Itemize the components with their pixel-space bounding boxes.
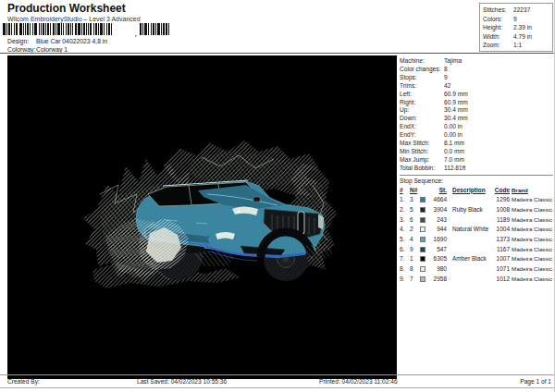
- stitches-label: Stitches:: [483, 6, 513, 15]
- machine-value: Tajima: [444, 57, 462, 66]
- max-stitch-label: Max Stitch:: [400, 140, 444, 148]
- thread-swatch: [420, 276, 426, 282]
- stop-sequence-title: Stop Sequence:: [400, 177, 553, 185]
- endy-value: 0.00 in: [444, 131, 462, 140]
- thread-swatch: [420, 197, 426, 202]
- summary-box: Stitches:22237 Colors:9 Height:2.39 in W…: [479, 3, 553, 52]
- stop-sequence-table: # N# St. Description Code Brand 1.346641…: [400, 185, 553, 284]
- stops-value: 9: [444, 74, 448, 82]
- table-row-cell: 2.: [400, 206, 410, 213]
- col-code: Code: [490, 187, 510, 193]
- endx-label: EndX:: [400, 123, 444, 131]
- design-canvas: [7, 55, 397, 379]
- colors-value: 9: [513, 15, 517, 24]
- table-row-cell: 9.: [400, 276, 410, 282]
- right-value: 60.9 mm: [444, 99, 468, 107]
- col-n: N#: [410, 187, 420, 193]
- col-st: St.: [429, 187, 447, 193]
- created-by-label: Created By:: [7, 378, 40, 385]
- design-meta: Design: Blue Car 04022023 4,8 in Colorwa…: [7, 38, 107, 54]
- table-row-cell: 4.: [400, 226, 410, 232]
- endy-label: EndY:: [400, 131, 444, 140]
- thread-swatch: [420, 237, 426, 242]
- zoom-label: Zoom:: [483, 41, 513, 50]
- right-label: Right:: [400, 99, 444, 107]
- max-stitch-value: 8.1 mm: [444, 140, 464, 148]
- width-label: Width:: [483, 32, 513, 42]
- min-stitch-value: 0.0 mm: [444, 148, 464, 156]
- thread-swatch: [420, 247, 426, 252]
- thread-swatch: [420, 266, 426, 272]
- height-value: 2.39 in: [513, 23, 532, 32]
- page-title: Production Worksheet: [7, 2, 126, 15]
- table-row-cell: 1.: [400, 196, 410, 202]
- total-bobbin-value: 112.81ft: [444, 165, 465, 173]
- stops-label: Stops:: [400, 74, 444, 82]
- down-label: Down:: [400, 115, 444, 123]
- design-label: Design:: [7, 38, 36, 46]
- color-changes-value: 8: [444, 66, 448, 74]
- table-row-cell: 8.: [400, 265, 410, 272]
- barcode-comma: ,: [135, 29, 138, 37]
- zoom-value: 1:1: [513, 41, 522, 50]
- endx-value: 0.00 in: [444, 123, 462, 131]
- up-label: Up:: [400, 106, 444, 115]
- barcode: ,: [2, 23, 178, 37]
- page-number: Page 1 of 1: [520, 378, 551, 385]
- col-brand: Brand: [510, 187, 555, 193]
- colors-label: Colors:: [483, 15, 513, 24]
- table-row-cell: 7.: [400, 255, 410, 262]
- production-worksheet-page: Production Worksheet Wilcom EmbroiderySt…: [0, 0, 555, 392]
- width-value: 4.79 in: [513, 32, 532, 42]
- app-name: Wilcom EmbroideryStudio – Level 3 Advanc…: [7, 16, 141, 22]
- table-row-cell: 5.: [400, 236, 410, 242]
- embroidery-design: [7, 55, 397, 379]
- min-stitch-label: Min Stitch:: [400, 148, 444, 156]
- up-value: 30.4 mm: [444, 106, 468, 115]
- down-value: 30.4 mm: [444, 115, 468, 123]
- header-divider: [0, 53, 555, 54]
- color-changes-label: Color changes:: [400, 66, 444, 74]
- panel-divider: [400, 175, 553, 176]
- table-row-cell: 3.: [400, 216, 410, 223]
- last-saved-label: Last Saved: 04/02/2023 10:55:36: [137, 378, 227, 385]
- design-value: Blue Car 04022023 4,8 in: [36, 38, 107, 46]
- thread-swatch: [420, 256, 426, 262]
- page-bottom-rule: [0, 387, 555, 388]
- max-jump-label: Max Jump:: [400, 156, 444, 165]
- machine-panel: Machine:Tajima Color changes:8 Stops:9 T…: [400, 57, 553, 284]
- trims-label: Trims:: [400, 82, 444, 91]
- left-label: Left:: [400, 91, 444, 99]
- max-jump-value: 7.0 mm: [444, 156, 464, 165]
- trims-value: 42: [444, 82, 450, 91]
- height-label: Height:: [483, 23, 513, 32]
- thread-swatch: [420, 227, 426, 232]
- thread-swatch: [420, 217, 426, 223]
- printed-label: Printed: 04/02/2023 11:02:46: [319, 378, 398, 385]
- left-value: 60.9 mm: [444, 91, 468, 99]
- machine-label: Machine:: [400, 57, 444, 66]
- total-bobbin-label: Total Bobbin:: [400, 165, 444, 173]
- footer: Created By: Last Saved: 04/02/2023 10:55…: [0, 374, 555, 388]
- thread-swatch: [420, 207, 426, 213]
- col-num: #: [400, 187, 410, 193]
- col-description: Description: [450, 187, 490, 193]
- table-row-cell: 6.: [400, 246, 410, 252]
- design-row: Design: Blue Car 04022023 4,8 in: [7, 38, 107, 46]
- stitches-value: 22237: [513, 6, 530, 15]
